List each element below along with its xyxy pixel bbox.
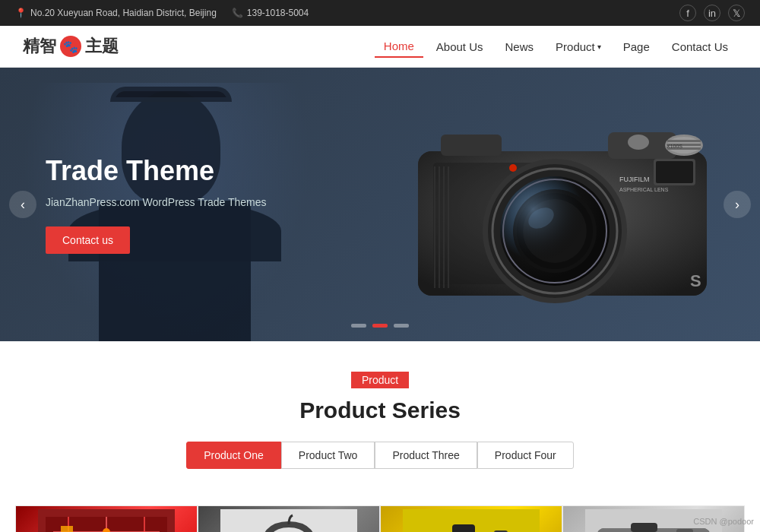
main-nav: Home About Us News Product ▾ Page Contac… [375,36,737,58]
product-image-camera-yellow [381,506,562,532]
product-image-headphones [198,506,379,532]
hero-cta-button[interactable]: Contact us [46,226,130,254]
nav-home[interactable]: Home [375,36,423,58]
product-section: Product Product Series Product One Produ… [0,341,760,505]
tab-product-four[interactable]: Product Four [477,442,574,469]
phone-text: 139-1018-5004 [247,8,309,18]
slider-dot-2[interactable] [372,324,388,328]
svg-rect-67 [631,523,657,532]
hero-camera-image: FUJIFILM ASPHERICAL LENS X100S S [395,90,730,318]
address-info: 📍 No.20 Xueyuan Road, Haidian District, … [15,8,217,18]
svg-point-19 [500,176,610,286]
svg-rect-9 [441,135,502,156]
svg-point-8 [628,135,649,150]
svg-rect-24 [656,161,693,183]
product-card-2[interactable] [198,505,380,532]
nav-about[interactable]: About Us [427,36,492,57]
slider-dot-3[interactable] [394,324,409,328]
tab-product-one[interactable]: Product One [186,442,281,469]
product-dropdown-arrow: ▾ [597,43,601,51]
twitter-link[interactable]: 𝕏 [728,5,745,21]
logo-paw-icon: 🐾 [60,36,81,57]
tab-product-two[interactable]: Product Two [281,442,375,469]
logo-text-left: 精智 [23,35,56,58]
svg-text:ASPHERICAL LENS: ASPHERICAL LENS [619,187,669,192]
hero-title: Trade Theme [46,155,267,187]
social-links: f in 𝕏 [679,5,745,21]
svg-rect-57 [452,524,475,532]
svg-text:S: S [690,271,701,290]
pin-icon: 📍 [15,8,27,18]
slider-prev-button[interactable]: ‹ [9,191,36,218]
address-text: No.20 Xueyuan Road, Haidian District, Be… [30,8,217,18]
header: 精智 🐾 主题 Home About Us News Product ▾ Pag… [0,26,760,68]
slider-dot-1[interactable] [351,324,366,328]
svg-rect-5 [667,140,701,142]
svg-point-26 [509,164,517,172]
facebook-link[interactable]: f [679,5,696,21]
nav-page[interactable]: Page [614,36,659,57]
svg-rect-40 [61,526,73,532]
section-title: Product Series [15,397,745,423]
logo-text-right: 主题 [85,35,119,58]
top-bar-contact: 📍 No.20 Xueyuan Road, Haidian District, … [15,8,309,18]
hero-subtitle: JianZhanPress.com WordPress Trade Themes [46,196,267,208]
product-grid: X100S [0,505,760,532]
svg-rect-68 [676,529,693,532]
tab-product-three[interactable]: Product Three [375,442,477,469]
product-tabs: Product One Product Two Product Three Pr… [15,442,745,469]
hero-content: Trade Theme JianZhanPress.com WordPress … [0,155,267,254]
nav-contact[interactable]: Contact Us [663,36,737,57]
product-card-1[interactable] [15,505,198,532]
product-card-3[interactable] [380,505,562,532]
logo[interactable]: 精智 🐾 主题 [23,35,119,58]
section-tag: Product [351,372,409,388]
nav-news[interactable]: News [496,36,543,57]
hero-slider: Trade Theme JianZhanPress.com WordPress … [0,68,760,341]
phone-icon: 📞 [232,8,243,18]
svg-text:X100S: X100S [667,144,682,149]
slider-dots [351,324,409,328]
svg-text:FUJIFILM: FUJIFILM [619,176,650,183]
linkedin-link[interactable]: in [704,5,720,21]
watermark: CSDN @podoor [693,517,754,526]
product-image-circuit [16,506,197,532]
slider-next-button[interactable]: › [724,191,751,218]
phone-info: 📞 139-1018-5004 [232,8,309,18]
nav-product[interactable]: Product ▾ [546,36,610,57]
top-bar: 📍 No.20 Xueyuan Road, Haidian District, … [0,0,760,26]
